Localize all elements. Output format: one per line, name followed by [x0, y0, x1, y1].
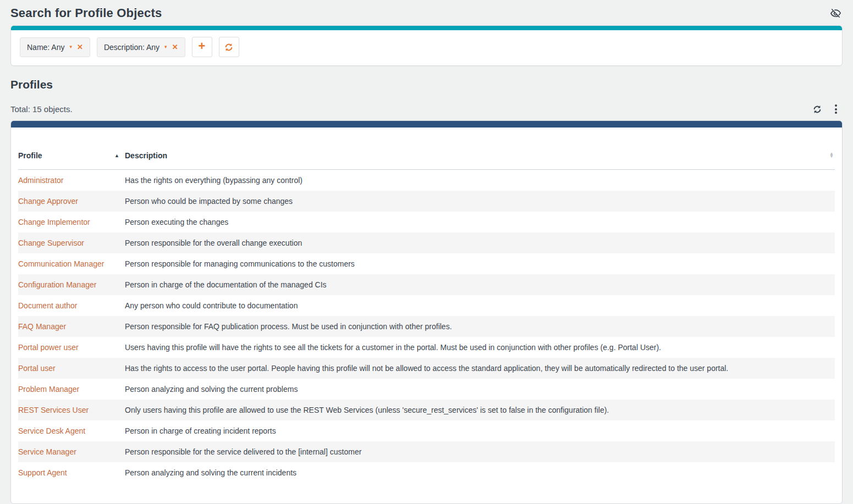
page-title: Search for Profile Objects — [10, 6, 162, 20]
table-row: Portal user Has the rights to access to … — [18, 358, 835, 379]
search-panel-accent-bar — [11, 26, 842, 30]
table-row: Change Implementor Person executing the … — [18, 212, 835, 232]
chevron-down-icon[interactable]: ▾ — [164, 45, 167, 49]
sort-ascending-icon[interactable]: ▲ — [114, 153, 119, 158]
main-content: Search for Profile Objects Name: Any ▾ ✕… — [0, 0, 853, 504]
table-row: REST Services User Only users having thi… — [18, 400, 835, 420]
profile-description: Person responsible for the service deliv… — [125, 441, 835, 462]
filter-chip-name-label: Name: Any — [27, 43, 64, 52]
profile-link[interactable]: Document author — [18, 301, 77, 310]
profile-description: Person analyzing and solving the current… — [125, 379, 835, 400]
table-row: Configuration Manager Person in charge o… — [18, 274, 835, 295]
table-row: Service Desk Agent Person in charge of c… — [18, 420, 835, 441]
total-count-label: Total: 15 objects. — [10, 104, 73, 114]
profile-description: Person analyzing and solving the current… — [125, 462, 835, 483]
remove-filter-icon[interactable]: ✕ — [77, 43, 83, 51]
profiles-table: Profile ▲ Description ▲ ▼ — [18, 144, 835, 483]
table-row: Change Supervisor Person responsible for… — [18, 232, 835, 253]
profile-link[interactable]: Change Supervisor — [18, 239, 84, 247]
table-row: Support Agent Person analyzing and solvi… — [18, 462, 835, 483]
list-toolbar-actions — [813, 103, 843, 115]
kebab-menu-icon[interactable] — [833, 103, 839, 115]
sort-unsorted-icon[interactable]: ▲ ▼ — [829, 153, 834, 158]
profile-description: Has the rights on everything (bypassing … — [125, 170, 835, 191]
column-header-description-label: Description — [125, 151, 167, 160]
table-row: Document author Any person who could con… — [18, 295, 835, 316]
profile-description: Users having this profile will have the … — [125, 337, 835, 358]
list-toolbar: Total: 15 objects. — [10, 103, 843, 115]
table-header-row: Profile ▲ Description ▲ ▼ — [18, 144, 835, 170]
column-header-description[interactable]: Description ▲ ▼ — [125, 144, 835, 170]
profile-description: Only users having this profile are allow… — [125, 400, 835, 420]
profile-link[interactable]: Change Approver — [18, 197, 78, 206]
profile-link[interactable]: Service Manager — [18, 447, 76, 456]
table-row: Portal power user Users having this prof… — [18, 337, 835, 358]
remove-filter-icon[interactable]: ✕ — [172, 43, 178, 51]
table-panel-accent-bar — [11, 121, 842, 128]
profiles-table-panel: Profile ▲ Description ▲ ▼ — [10, 120, 843, 504]
table-row: Change Approver Person who could be impa… — [18, 191, 835, 212]
add-criterion-button[interactable]: + — [192, 37, 212, 57]
table-row: Problem Manager Person analyzing and sol… — [18, 379, 835, 400]
profile-description: Person in charge of creating incident re… — [125, 420, 835, 441]
section-title: Profiles — [10, 78, 843, 91]
profile-link[interactable]: Communication Manager — [18, 259, 104, 268]
column-header-profile[interactable]: Profile ▲ — [18, 144, 125, 170]
table-row: Communication Manager Person responsible… — [18, 253, 835, 274]
eye-slash-icon[interactable] — [830, 8, 843, 19]
profile-description: Any person who could contribute to docum… — [125, 295, 835, 316]
table-body: Administrator Has the rights on everythi… — [18, 170, 835, 484]
search-panel: Name: Any ▾ ✕ Description: Any ▾ ✕ + — [10, 25, 843, 66]
profile-link[interactable]: Configuration Manager — [18, 280, 96, 289]
chevron-down-icon[interactable]: ▾ — [69, 45, 72, 49]
profile-link[interactable]: Service Desk Agent — [18, 427, 85, 435]
profile-description: Person executing the changes — [125, 212, 835, 232]
search-criteria-bar: Name: Any ▾ ✕ Description: Any ▾ ✕ + — [11, 30, 842, 65]
search-refresh-button[interactable] — [219, 37, 239, 57]
table-row: Administrator Has the rights on everythi… — [18, 170, 835, 191]
profile-description: Has the rights to access to the user por… — [125, 358, 835, 379]
profile-description: Person in charge of the documentation of… — [125, 274, 835, 295]
profile-link[interactable]: Change Implementor — [18, 218, 90, 226]
profile-link[interactable]: Portal power user — [18, 343, 79, 352]
table-wrap: Profile ▲ Description ▲ ▼ — [11, 128, 842, 483]
profile-description: Person responsible for the overall chang… — [125, 232, 835, 253]
profile-link[interactable]: REST Services User — [18, 406, 89, 414]
profile-description: Person responsible for FAQ publication p… — [125, 316, 835, 337]
profile-link[interactable]: Administrator — [18, 176, 63, 185]
page-header: Search for Profile Objects — [10, 0, 843, 25]
profile-description: Person responsible for managing communic… — [125, 253, 835, 274]
page: { "header": { "title": "Search for Profi… — [0, 0, 853, 504]
profile-description: Person who could be impacted by some cha… — [125, 191, 835, 212]
filter-chip-description[interactable]: Description: Any ▾ ✕ — [97, 37, 185, 57]
filter-chip-description-label: Description: Any — [104, 43, 159, 52]
table-row: FAQ Manager Person responsible for FAQ p… — [18, 316, 835, 337]
profile-link[interactable]: Problem Manager — [18, 385, 79, 394]
column-header-profile-label: Profile — [18, 151, 42, 160]
profile-link[interactable]: Support Agent — [18, 468, 67, 477]
profile-link[interactable]: FAQ Manager — [18, 322, 66, 331]
filter-chip-name[interactable]: Name: Any ▾ ✕ — [20, 37, 90, 57]
table-row: Service Manager Person responsible for t… — [18, 441, 835, 462]
profile-link[interactable]: Portal user — [18, 364, 56, 373]
sync-arrows-icon — [224, 43, 233, 52]
list-refresh-icon[interactable] — [813, 105, 822, 114]
plus-icon: + — [199, 40, 206, 52]
